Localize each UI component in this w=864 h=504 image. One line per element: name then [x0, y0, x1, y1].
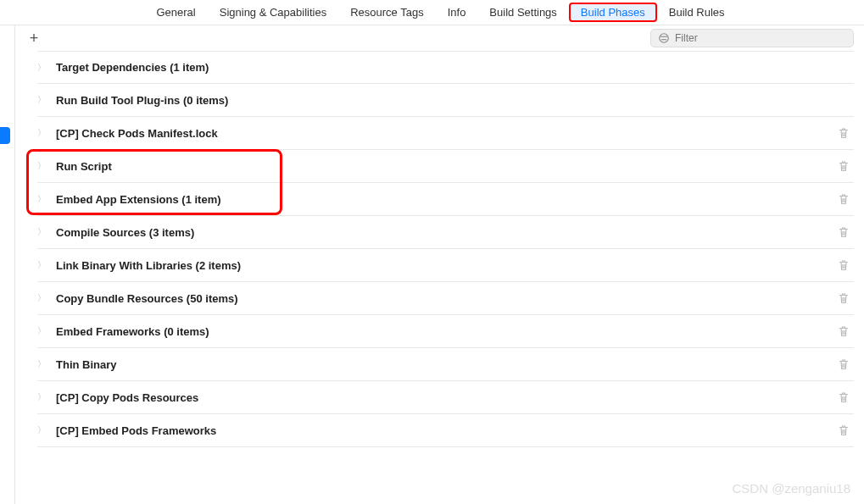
filter-icon	[658, 32, 670, 44]
phase-title: [CP] Copy Pods Resources	[56, 391, 837, 404]
chevron-right-icon[interactable]: 〉	[37, 226, 47, 238]
phase-row[interactable]: 〉Target Dependencies (1 item)	[37, 51, 854, 84]
chevron-right-icon[interactable]: 〉	[37, 127, 47, 139]
sidebar-selection-marker	[0, 127, 10, 144]
trash-icon[interactable]	[837, 357, 850, 371]
filter-field[interactable]	[650, 29, 854, 47]
phase-row[interactable]: 〉[CP] Copy Pods Resources	[37, 381, 854, 414]
tab-info[interactable]: Info	[436, 3, 478, 22]
phase-row[interactable]: 〉Run Build Tool Plug-ins (0 items)	[37, 84, 854, 117]
phase-row[interactable]: 〉Link Binary With Libraries (2 items)	[37, 249, 854, 282]
trash-icon[interactable]	[837, 424, 850, 437]
phase-title: Embed Frameworks (0 items)	[56, 325, 837, 338]
phase-title: Target Dependencies (1 item)	[56, 61, 850, 74]
tab-build-rules[interactable]: Build Rules	[657, 3, 737, 22]
trash-icon[interactable]	[837, 225, 850, 239]
watermark: CSDN @zenganiu18	[733, 481, 850, 496]
tab-resource-tags[interactable]: Resource Tags	[338, 3, 435, 22]
phase-row[interactable]: 〉Embed Frameworks (0 items)	[37, 315, 854, 348]
tab-general[interactable]: General	[144, 3, 207, 22]
trash-icon[interactable]	[837, 126, 850, 140]
phase-row[interactable]: 〉[CP] Check Pods Manifest.lock	[37, 117, 854, 150]
chevron-right-icon[interactable]: 〉	[37, 94, 47, 106]
chevron-right-icon[interactable]: 〉	[37, 62, 47, 74]
phase-row[interactable]: 〉Run Script	[37, 150, 854, 183]
trash-icon[interactable]	[837, 390, 850, 404]
trash-icon[interactable]	[837, 258, 850, 272]
phase-title: Compile Sources (3 items)	[56, 226, 837, 239]
trash-icon[interactable]	[837, 324, 850, 338]
phase-title: [CP] Check Pods Manifest.lock	[56, 127, 837, 140]
phase-title: Run Build Tool Plug-ins (0 items)	[56, 94, 850, 107]
phases-list: 〉Target Dependencies (1 item)〉Run Build …	[15, 51, 864, 504]
phase-title: Link Binary With Libraries (2 items)	[56, 259, 837, 272]
add-button[interactable]: +	[25, 30, 42, 47]
tab-build-phases[interactable]: Build Phases	[569, 3, 657, 22]
chevron-right-icon[interactable]: 〉	[37, 391, 47, 403]
sidebar	[0, 25, 15, 504]
chevron-right-icon[interactable]: 〉	[37, 259, 47, 271]
trash-icon[interactable]	[837, 291, 850, 305]
toolbar: +	[15, 25, 864, 51]
phase-title: Copy Bundle Resources (50 items)	[56, 292, 837, 305]
phase-row[interactable]: 〉Embed App Extensions (1 item)	[37, 183, 854, 216]
phase-title: Thin Binary	[56, 358, 837, 371]
tab-bar: General Signing & Capabilities Resource …	[0, 0, 864, 25]
phase-title: [CP] Embed Pods Frameworks	[56, 424, 837, 437]
phase-title: Run Script	[56, 160, 837, 173]
chevron-right-icon[interactable]: 〉	[37, 424, 47, 436]
chevron-right-icon[interactable]: 〉	[37, 358, 47, 370]
phase-row[interactable]: 〉Copy Bundle Resources (50 items)	[37, 282, 854, 315]
phase-row[interactable]: 〉[CP] Embed Pods Frameworks	[37, 414, 854, 447]
tab-signing[interactable]: Signing & Capabilities	[208, 3, 338, 22]
phase-row[interactable]: 〉Compile Sources (3 items)	[37, 216, 854, 249]
svg-point-0	[660, 34, 669, 43]
chevron-right-icon[interactable]: 〉	[37, 193, 47, 205]
tab-build-settings[interactable]: Build Settings	[477, 3, 569, 22]
filter-input[interactable]	[675, 32, 846, 44]
phase-title: Embed App Extensions (1 item)	[56, 193, 837, 206]
phase-row[interactable]: 〉Thin Binary	[37, 348, 854, 381]
trash-icon[interactable]	[837, 192, 850, 206]
chevron-right-icon[interactable]: 〉	[37, 325, 47, 337]
trash-icon[interactable]	[837, 159, 850, 173]
chevron-right-icon[interactable]: 〉	[37, 160, 47, 172]
chevron-right-icon[interactable]: 〉	[37, 292, 47, 304]
